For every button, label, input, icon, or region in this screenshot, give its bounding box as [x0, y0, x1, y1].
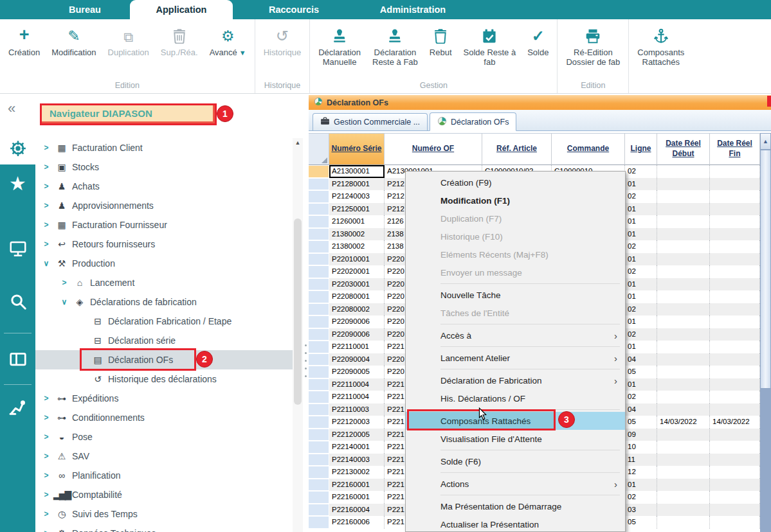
declaration-reste-a-fab-button[interactable]: Déclaration Reste à Fab	[367, 24, 424, 69]
context-menu-item[interactable]: Nouvelle Tâche	[406, 286, 625, 304]
rebut-button[interactable]: Rebut	[424, 24, 458, 69]
cell-ligne[interactable]: 04	[625, 403, 657, 416]
cell-numero-serie[interactable]: P22020001	[329, 265, 385, 278]
context-menu-item[interactable]: Envoyer un message	[406, 263, 625, 281]
search-icon[interactable]	[0, 292, 35, 311]
cell-date-debut[interactable]	[657, 353, 710, 366]
expander-chevron-icon[interactable]: >	[39, 432, 53, 441]
cell-ligne[interactable]: 01	[625, 290, 657, 303]
row-selector[interactable]	[309, 466, 329, 479]
cell-ligne[interactable]: 02	[625, 328, 657, 341]
cell-ligne[interactable]: 02	[625, 491, 657, 504]
cell-ligne[interactable]: 10	[625, 441, 657, 454]
context-menu-item[interactable]: Eléments Récents (Maj+F8)	[406, 245, 625, 263]
row-selector[interactable]	[309, 429, 329, 441]
scroll-up-icon[interactable]: ▲	[760, 133, 771, 150]
row-selector[interactable]	[309, 265, 329, 278]
modification-button[interactable]: ✎ Modification	[46, 24, 102, 58]
cell-date-fin[interactable]	[710, 378, 760, 391]
scroll-up-icon[interactable]: ▲	[293, 138, 303, 147]
cell-date-fin[interactable]	[710, 491, 760, 504]
row-selector[interactable]	[309, 215, 329, 228]
row-selector[interactable]	[309, 178, 329, 191]
tree-item[interactable]: > ⚙ Données Techniques	[35, 524, 293, 532]
cell-ligne[interactable]: 02	[625, 165, 657, 178]
context-menu-item[interactable]	[440, 472, 620, 473]
context-menu-item[interactable]: Actions ›	[406, 475, 625, 493]
row-selector[interactable]	[309, 290, 329, 303]
cell-date-debut[interactable]	[657, 466, 710, 479]
tree-item[interactable]: > ⊶ Conditionnements	[35, 408, 293, 427]
cell-numero-serie[interactable]: P22080001	[329, 290, 385, 303]
monitor-icon[interactable]	[0, 239, 35, 258]
cell-date-fin[interactable]	[710, 466, 760, 479]
expander-chevron-icon[interactable]: >	[39, 510, 53, 519]
cell-numero-serie[interactable]: P22160006	[329, 516, 385, 529]
row-selector[interactable]	[309, 165, 329, 178]
cell-date-debut[interactable]	[657, 504, 710, 517]
expander-chevron-icon[interactable]: >	[39, 471, 53, 480]
cell-date-debut[interactable]	[657, 215, 710, 228]
cell-date-debut[interactable]	[657, 378, 710, 391]
cell-numero-serie[interactable]: P22140001	[329, 441, 385, 454]
tree-item[interactable]: ↺ Historique des déclarations	[35, 369, 293, 389]
cell-ligne[interactable]: 01	[625, 341, 657, 353]
cell-date-debut[interactable]	[657, 228, 710, 241]
context-menu-item[interactable]: Lancement Atelier ›	[406, 349, 625, 367]
grid-scrollbar[interactable]: ▲	[760, 133, 771, 532]
solde-reste-a-fab-button[interactable]: Solde Reste à fab	[458, 24, 522, 69]
cell-numero-serie[interactable]: P22110001	[329, 341, 385, 353]
column-header-date-reel-debut[interactable]: Date Réel Début	[657, 134, 710, 165]
cell-date-debut[interactable]	[657, 429, 710, 441]
cell-date-debut[interactable]	[657, 366, 710, 378]
row-selector[interactable]	[309, 454, 329, 466]
cell-date-debut[interactable]	[657, 190, 710, 203]
context-menu-item[interactable]: Actualiser la Présentation	[406, 515, 625, 532]
context-menu-item[interactable]: His. Déclarations / OF	[406, 389, 625, 407]
cell-ligne[interactable]: 01	[625, 253, 657, 266]
cell-numero-serie[interactable]: P22110004	[329, 378, 385, 391]
context-menu-item[interactable]: Accès à ›	[406, 326, 625, 344]
cell-date-debut[interactable]	[657, 303, 710, 316]
expander-chevron-icon[interactable]: >	[39, 201, 53, 210]
expander-chevron-icon[interactable]: >	[39, 182, 53, 191]
cell-date-debut[interactable]	[657, 178, 710, 191]
row-selector[interactable]	[309, 190, 329, 203]
context-menu-item[interactable]: Ma Présentation de Démarrage	[406, 497, 625, 515]
context-menu-item[interactable]	[440, 283, 620, 284]
expander-chevron-icon[interactable]: >	[39, 529, 53, 532]
row-selector[interactable]	[309, 491, 329, 504]
tree-item[interactable]: > ⚠ SAV	[35, 447, 293, 466]
row-selector[interactable]	[309, 303, 329, 316]
row-selector[interactable]	[309, 278, 329, 291]
tab-administration[interactable]: Administration	[355, 0, 471, 19]
tree-scrollbar-thumb[interactable]	[294, 218, 302, 405]
context-menu-item[interactable]: Création (F9)	[406, 173, 625, 191]
cell-numero-serie[interactable]: 21380002	[329, 240, 385, 253]
row-selector[interactable]	[309, 378, 329, 391]
cell-date-fin[interactable]	[710, 190, 760, 203]
declaration-manuelle-button[interactable]: Déclaration Manuelle	[313, 24, 367, 69]
cell-numero-serie[interactable]: P22010001	[329, 253, 385, 266]
expander-chevron-icon[interactable]: >	[39, 220, 53, 229]
cell-numero-serie[interactable]: 21260001	[329, 215, 385, 228]
cell-date-debut[interactable]	[657, 403, 710, 416]
cell-numero-serie[interactable]: P22090006	[329, 328, 385, 341]
cell-numero-serie[interactable]: P22030001	[329, 278, 385, 291]
context-menu-item[interactable]	[440, 369, 620, 369]
cell-date-debut[interactable]	[657, 203, 710, 216]
re-edition-dossier-button[interactable]: Ré-Edition Dossier de fab	[560, 24, 626, 69]
row-selector[interactable]	[309, 403, 329, 416]
cell-date-debut[interactable]	[657, 516, 710, 529]
cell-date-fin[interactable]	[710, 479, 760, 492]
context-menu-item[interactable]: Duplication (F7)	[406, 209, 625, 227]
cell-numero-serie[interactable]: P21240003	[329, 190, 385, 203]
cell-date-debut[interactable]	[657, 454, 710, 466]
cell-numero-serie[interactable]: P22090006	[329, 315, 385, 328]
row-selector[interactable]	[309, 441, 329, 454]
tree-item[interactable]: > ◒ Pose	[35, 427, 293, 447]
cell-date-fin[interactable]	[710, 240, 760, 253]
cell-ligne[interactable]: 01	[625, 278, 657, 291]
tab-gestion-commerciale[interactable]: Gestion Commerciale ...	[313, 113, 428, 130]
cell-date-fin[interactable]	[710, 215, 760, 228]
